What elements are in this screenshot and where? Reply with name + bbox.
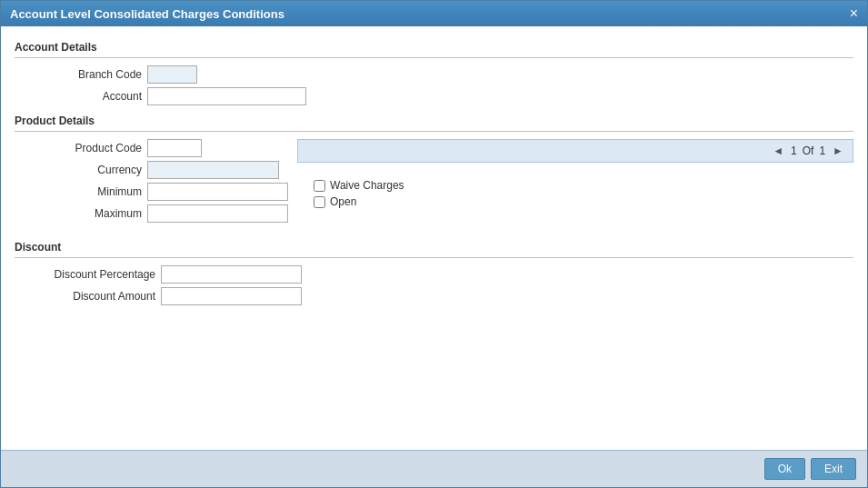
discount-form: Discount Percentage Discount Amount xyxy=(15,265,853,305)
minimum-row: Minimum xyxy=(15,183,288,201)
discount-percentage-input[interactable] xyxy=(161,265,302,284)
discount-header: Discount xyxy=(15,241,853,258)
open-label: Open xyxy=(330,195,356,208)
page-total: 1 xyxy=(819,144,825,157)
checkboxes-panel: Waive Charges Open xyxy=(304,179,853,208)
account-row: Account xyxy=(15,87,853,105)
dialog-title: Account Level Consolidated Charges Condi… xyxy=(10,7,284,21)
account-input[interactable] xyxy=(147,87,306,105)
open-checkbox[interactable] xyxy=(314,196,325,208)
maximum-label: Maximum xyxy=(15,207,142,220)
discount-amount-input[interactable] xyxy=(161,287,302,305)
dialog-body: Account Details Branch Code Account Prod… xyxy=(1,26,867,450)
product-right-panel: ◄ 1 Of 1 ► Waive Charges Open xyxy=(297,139,853,232)
maximum-input[interactable] xyxy=(147,204,288,223)
discount-amount-label: Discount Amount xyxy=(15,290,155,303)
product-code-input[interactable] xyxy=(147,139,202,157)
waive-charges-label: Waive Charges xyxy=(330,179,404,192)
minimum-label: Minimum xyxy=(15,185,142,198)
branch-code-row: Branch Code xyxy=(15,65,853,84)
open-row: Open xyxy=(314,195,853,208)
dialog-footer: Ok Exit xyxy=(1,450,867,487)
minimum-input[interactable] xyxy=(147,183,288,201)
page-of: Of xyxy=(803,144,814,157)
waive-charges-row: Waive Charges xyxy=(314,179,853,192)
branch-code-input[interactable] xyxy=(147,65,197,84)
ok-button[interactable]: Ok xyxy=(764,458,805,480)
pagination-bar: ◄ 1 Of 1 ► xyxy=(297,139,853,163)
product-left-fields: Product Code Currency Minimum Maximum xyxy=(15,139,288,232)
product-code-row: Product Code xyxy=(15,139,288,157)
product-details-header: Product Details xyxy=(15,115,853,132)
title-bar: Account Level Consolidated Charges Condi… xyxy=(1,1,867,26)
account-details-form: Branch Code Account xyxy=(15,65,853,105)
currency-input[interactable] xyxy=(147,161,279,179)
product-form: Product Code Currency Minimum Maximum xyxy=(15,139,288,223)
maximum-row: Maximum xyxy=(15,204,288,223)
currency-label: Currency xyxy=(15,164,142,176)
close-button[interactable]: × xyxy=(850,6,858,21)
waive-charges-checkbox[interactable] xyxy=(314,180,325,192)
product-code-label: Product Code xyxy=(15,142,142,154)
currency-row: Currency xyxy=(15,161,288,179)
dialog-container: Account Level Consolidated Charges Condi… xyxy=(0,0,868,488)
discount-percentage-label: Discount Percentage xyxy=(15,268,155,281)
account-label: Account xyxy=(15,90,142,103)
prev-page-button[interactable]: ◄ xyxy=(771,144,785,157)
discount-percentage-row: Discount Percentage xyxy=(15,265,853,284)
discount-amount-row: Discount Amount xyxy=(15,287,853,305)
exit-button[interactable]: Exit xyxy=(811,458,856,480)
page-current: 1 xyxy=(791,144,797,157)
next-page-button[interactable]: ► xyxy=(831,144,845,157)
account-details-header: Account Details xyxy=(15,41,853,58)
product-details-section: Product Code Currency Minimum Maximum xyxy=(15,139,853,232)
branch-code-label: Branch Code xyxy=(15,68,142,81)
